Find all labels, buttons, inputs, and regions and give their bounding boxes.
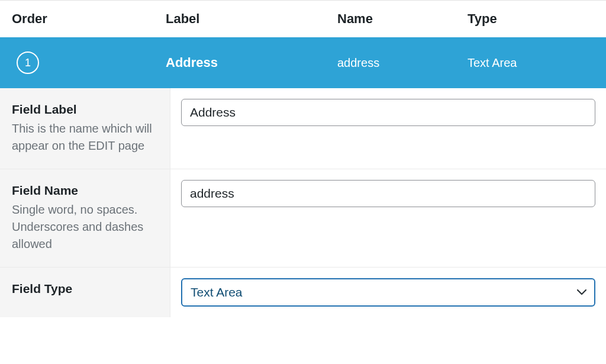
- field-type-select[interactable]: Text Area: [181, 278, 595, 307]
- field-label-row: Field Label This is the name which will …: [0, 88, 606, 169]
- field-table: Order Label Name Type 1 Address address …: [0, 0, 606, 317]
- order-number: 1: [25, 57, 31, 69]
- field-row[interactable]: 1 Address address Text Area: [0, 37, 606, 88]
- field-edit-form: Field Label This is the name which will …: [0, 88, 606, 317]
- row-label: Address: [166, 55, 218, 70]
- header-type: Type: [468, 11, 606, 27]
- field-name-inputcol: [170, 169, 606, 267]
- field-type-inputcol: Text Area: [170, 268, 606, 317]
- field-label-inputcol: [170, 88, 606, 169]
- field-name-title: Field Name: [12, 183, 158, 198]
- field-type-title: Field Type: [12, 282, 158, 296]
- field-type-labelcol: Field Type: [0, 268, 170, 317]
- row-label-cell: Address: [166, 55, 337, 70]
- row-name: address: [337, 56, 379, 69]
- header-name: Name: [337, 11, 468, 27]
- table-header-row: Order Label Name Type: [0, 1, 606, 37]
- row-type: Text Area: [468, 56, 517, 69]
- row-order-cell: 1: [0, 51, 166, 74]
- header-order: Order: [0, 11, 166, 27]
- field-label-desc: This is the name which will appear on th…: [12, 120, 158, 154]
- field-name-desc: Single word, no spaces. Underscores and …: [12, 201, 158, 253]
- field-type-row: Field Type Text Area: [0, 268, 606, 317]
- field-label-labelcol: Field Label This is the name which will …: [0, 88, 170, 169]
- row-type-cell: Text Area: [468, 56, 606, 70]
- row-name-cell: address: [337, 56, 468, 70]
- field-name-row: Field Name Single word, no spaces. Under…: [0, 169, 606, 268]
- field-type-select-wrap: Text Area: [181, 278, 595, 307]
- field-name-input[interactable]: [181, 180, 595, 207]
- field-name-labelcol: Field Name Single word, no spaces. Under…: [0, 169, 170, 267]
- header-label: Label: [166, 11, 337, 27]
- field-label-input[interactable]: [181, 99, 595, 126]
- field-label-title: Field Label: [12, 102, 158, 117]
- order-badge: 1: [17, 51, 39, 74]
